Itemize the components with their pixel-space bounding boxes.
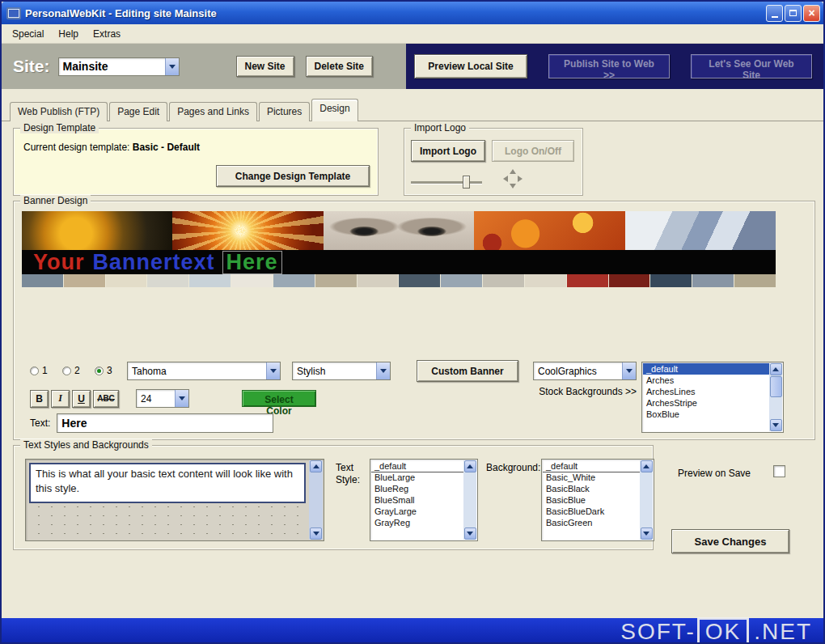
background-option[interactable]: _default [543, 460, 640, 472]
color-swatch [231, 274, 273, 287]
menu-item[interactable]: Help [51, 26, 86, 42]
maximize-button[interactable] [785, 5, 802, 22]
text-style-option[interactable]: _default [371, 460, 463, 472]
radio-label: 1 [42, 365, 48, 376]
preview-on-save-checkbox[interactable] [773, 465, 785, 477]
chevron-down-icon[interactable] [175, 390, 188, 407]
text-style-option[interactable]: GrayLarge [371, 506, 463, 517]
background-list[interactable]: _defaultBasic_WhiteBasicBlackBasicBlueBa… [541, 459, 654, 541]
tab[interactable]: Page Edit [109, 102, 167, 121]
tab[interactable]: Design [311, 99, 358, 121]
banner-text-part1: Your [33, 252, 85, 273]
banner-style-select[interactable]: Stylish [292, 362, 391, 380]
scroll-down-icon[interactable] [770, 419, 782, 431]
radio-label: 3 [107, 365, 112, 376]
graphics-set-select[interactable]: CoolGraphics [533, 362, 637, 380]
tab[interactable]: Pages and Links [169, 102, 257, 121]
background-option[interactable]: BasicBlueDark [543, 506, 640, 517]
logo-size-slider[interactable] [411, 176, 482, 189]
watermark-part3: .NET [754, 619, 812, 644]
strikethrough-button[interactable]: ABC [93, 390, 119, 408]
tab[interactable]: Pictures [259, 102, 310, 121]
import-logo-button[interactable]: Import Logo [411, 140, 485, 162]
banner-layout-radio-1[interactable]: 1 [30, 365, 48, 376]
window-title: PersonalWebKit - Editing site Mainsite [25, 7, 766, 19]
color-swatch [525, 274, 566, 287]
color-swatch [399, 274, 440, 287]
scrollbar[interactable] [769, 363, 782, 431]
color-swatch [189, 274, 231, 287]
save-changes-button[interactable]: Save Changes [671, 529, 789, 553]
menu-item[interactable]: Extras [86, 26, 128, 42]
banner-text-input[interactable] [57, 413, 273, 433]
stock-background-option[interactable]: BoxBlue [643, 409, 769, 420]
view-web-site-button[interactable]: Let's See Our Web Site [691, 54, 812, 78]
tab[interactable]: Web Publish (FTP) [10, 102, 108, 121]
radio-icon [62, 366, 71, 375]
slider-thumb[interactable] [463, 176, 470, 189]
text-style-option[interactable]: BlueLarge [371, 472, 463, 483]
custom-banner-button[interactable]: Custom Banner [417, 360, 518, 382]
text-styles-group-label: Text Styles and Backgrounds [20, 439, 152, 451]
radio-icon [95, 366, 104, 375]
scroll-down-icon[interactable] [464, 527, 476, 540]
scroll-down-icon[interactable] [310, 527, 322, 540]
banner-layout-radio-2[interactable]: 2 [62, 365, 80, 376]
delete-site-button[interactable]: Delete Site [306, 56, 373, 77]
stock-backgrounds-list[interactable]: _defaultArchesArchesLinesArchesStripeBox… [641, 362, 784, 433]
banner-text-part2: Bannertext [93, 252, 215, 273]
chevron-down-icon[interactable] [622, 362, 636, 379]
publish-site-button[interactable]: Publish Site to Web >> [548, 54, 670, 78]
stock-background-option[interactable]: _default [643, 363, 769, 375]
move-arrows-icon[interactable] [503, 169, 522, 189]
chevron-down-icon[interactable] [266, 362, 280, 379]
menu-item[interactable]: Special [5, 26, 51, 42]
underline-button[interactable]: U [72, 390, 91, 408]
graphics-set-select-value: CoolGraphics [534, 366, 622, 377]
titlebar[interactable]: PersonalWebKit - Editing site Mainsite × [2, 2, 823, 24]
background-option[interactable]: BasicBlack [543, 483, 640, 494]
banner-image-strip[interactable] [22, 211, 776, 250]
stock-background-option[interactable]: ArchesStripe [643, 397, 769, 409]
preview-local-site-button[interactable]: Preview Local Site [414, 54, 527, 78]
scrollbar[interactable] [463, 460, 476, 540]
minimize-button[interactable] [766, 5, 783, 22]
bold-button[interactable]: B [30, 390, 49, 408]
close-button[interactable]: × [803, 5, 820, 22]
color-swatch [650, 274, 692, 287]
text-style-option[interactable]: BlueSmall [371, 494, 463, 506]
banner-text-preview[interactable]: Your Bannertext Here [22, 250, 776, 274]
scroll-thumb[interactable] [770, 376, 782, 397]
text-style-list[interactable]: _defaultBlueLargeBlueRegBlueSmallGrayLar… [370, 459, 478, 541]
chevron-down-icon[interactable] [376, 362, 390, 379]
new-site-button[interactable]: New Site [236, 56, 294, 77]
banner-image-eyes [324, 211, 474, 250]
font-size-select[interactable]: 24 [136, 389, 189, 408]
background-option[interactable]: BasicBlue [543, 494, 640, 506]
logo-on-off-button[interactable]: Logo On/Off [492, 140, 574, 162]
scroll-up-icon[interactable] [464, 460, 476, 472]
scroll-up-icon[interactable] [770, 363, 782, 375]
stock-background-option[interactable]: Arches [643, 375, 769, 386]
scrollbar[interactable] [309, 460, 323, 540]
color-swatch [273, 274, 315, 287]
background-option[interactable]: Basic_White [543, 472, 640, 483]
color-swatch [441, 274, 482, 287]
scroll-down-icon[interactable] [641, 527, 653, 540]
scroll-up-icon[interactable] [641, 460, 653, 472]
text-format-toolbar: B I U ABC 24 Select Color [30, 389, 316, 408]
chevron-down-icon[interactable] [165, 58, 179, 75]
text-style-option[interactable]: BlueReg [371, 483, 463, 494]
banner-layout-radio-3[interactable]: 3 [95, 365, 112, 376]
text-style-option[interactable]: GrayReg [371, 517, 463, 528]
site-select[interactable]: Mainsite [58, 57, 180, 76]
scroll-up-icon[interactable] [310, 460, 322, 472]
change-design-template-button[interactable]: Change Design Template [216, 165, 370, 187]
italic-button[interactable]: I [51, 390, 70, 408]
select-color-button[interactable]: Select Color [242, 390, 316, 407]
banner-color-swatches [22, 274, 776, 287]
scrollbar[interactable] [640, 460, 653, 540]
background-option[interactable]: BasicGreen [543, 517, 640, 528]
stock-background-option[interactable]: ArchesLines [643, 386, 769, 397]
font-select[interactable]: Tahoma [127, 362, 281, 380]
